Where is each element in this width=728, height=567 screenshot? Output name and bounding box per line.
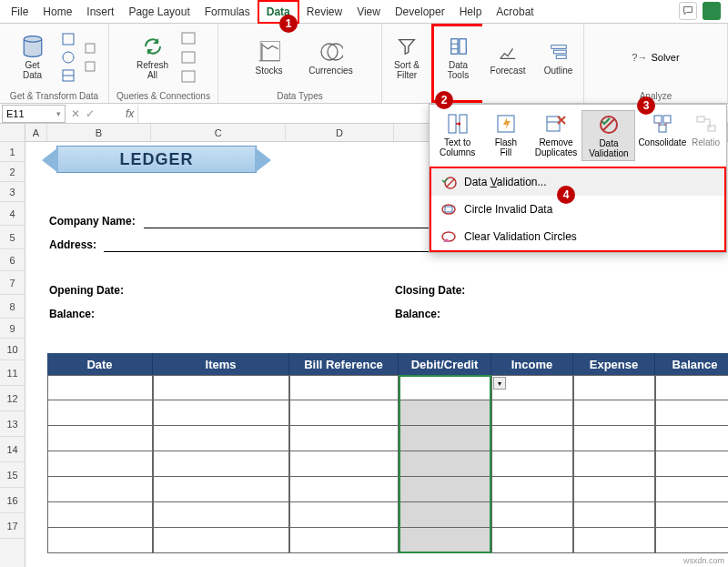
- tab-insert[interactable]: Insert: [79, 2, 121, 22]
- row-header[interactable]: 6: [0, 249, 25, 271]
- remove-duplicates-icon: [544, 112, 568, 136]
- table-row[interactable]: [47, 400, 728, 426]
- row-header[interactable]: 2: [0, 162, 25, 182]
- forecast-button[interactable]: Forecast: [489, 38, 527, 77]
- row-header[interactable]: 5: [0, 226, 25, 249]
- edit-links-icon[interactable]: [180, 68, 197, 85]
- select-all-corner[interactable]: [0, 124, 25, 142]
- get-data-button[interactable]: Get Data: [11, 33, 55, 82]
- th-debitcredit: Debit/Credit: [399, 353, 491, 375]
- tab-view[interactable]: View: [349, 2, 388, 22]
- solver-button[interactable]: ?→ Solver: [632, 52, 679, 63]
- svg-rect-33: [697, 116, 704, 122]
- properties-icon[interactable]: [180, 49, 197, 66]
- recent-sources-icon[interactable]: [82, 40, 98, 56]
- forecast-label: Forecast: [490, 66, 526, 76]
- flash-fill-button[interactable]: Flash Fill: [481, 110, 530, 159]
- refresh-all-button[interactable]: Refresh All: [131, 33, 175, 82]
- col-header[interactable]: C: [151, 124, 286, 141]
- svg-rect-13: [450, 39, 457, 55]
- row-header[interactable]: 4: [0, 202, 25, 226]
- sort-filter-button[interactable]: Sort & Filter: [388, 33, 426, 82]
- group-outline: Outline: [533, 24, 584, 103]
- row-header[interactable]: 3: [0, 182, 25, 202]
- ledger-table-header: Date Items Bill Reference Debit/Credit I…: [47, 353, 728, 375]
- th-expense: Expense: [573, 353, 655, 375]
- from-web-icon[interactable]: [60, 49, 76, 66]
- row-header[interactable]: 8: [0, 295, 25, 319]
- validation-dropdown-icon[interactable]: ▾: [493, 377, 506, 390]
- col-header[interactable]: A: [25, 124, 47, 141]
- row-header[interactable]: 1: [0, 142, 25, 162]
- col-header[interactable]: B: [47, 124, 152, 141]
- row-header[interactable]: 11: [0, 360, 25, 386]
- svg-rect-26: [547, 116, 560, 131]
- row-header[interactable]: 9: [0, 319, 25, 339]
- remove-duplicates-button[interactable]: Remove Duplicates: [531, 110, 582, 159]
- text-to-columns-button[interactable]: Text to Columns: [433, 110, 481, 159]
- cancel-icon[interactable]: ✕: [71, 107, 80, 120]
- consolidate-button[interactable]: Consolidate: [635, 110, 689, 149]
- currencies-button[interactable]: Currencies: [309, 38, 353, 77]
- row-header[interactable]: 7: [0, 271, 25, 295]
- comments-button[interactable]: [679, 2, 697, 20]
- svg-rect-23: [449, 115, 456, 133]
- table-row[interactable]: [47, 451, 728, 477]
- watermark: wsxdn.com: [683, 556, 724, 565]
- tab-home[interactable]: Home: [35, 2, 79, 22]
- ribbon-tabs: File Home Insert Page Layout Formulas Da…: [0, 0, 728, 24]
- row-header[interactable]: 16: [0, 488, 25, 513]
- row-header[interactable]: 15: [0, 462, 25, 488]
- table-row[interactable]: [47, 375, 728, 400]
- row-header[interactable]: 17: [0, 513, 25, 539]
- table-row[interactable]: [47, 528, 728, 553]
- row-header[interactable]: 10: [0, 339, 25, 360]
- svg-rect-10: [260, 41, 279, 60]
- data-tools-pane: Text to Columns Flash Fill Remove Duplic…: [429, 104, 727, 253]
- tab-file[interactable]: File: [4, 2, 35, 22]
- group-label-queries: Queries & Connections: [116, 91, 210, 101]
- share-button[interactable]: [703, 2, 721, 20]
- tab-acrobat[interactable]: Acrobat: [489, 2, 541, 22]
- menu-clear-circles[interactable]: Clear Validation Circles: [431, 223, 724, 250]
- table-row[interactable]: [47, 502, 728, 528]
- outline-button[interactable]: Outline: [540, 38, 578, 77]
- svg-rect-1: [63, 34, 74, 45]
- row-header[interactable]: 12: [0, 386, 25, 411]
- row-header[interactable]: 14: [0, 437, 25, 462]
- group-sort-filter: Sort & Filter: [382, 24, 431, 103]
- name-box[interactable]: E11 ▾: [2, 105, 66, 123]
- tab-help[interactable]: Help: [452, 2, 490, 22]
- stocks-button[interactable]: Stocks: [248, 38, 291, 77]
- relationships-button: Relatio: [689, 110, 723, 149]
- menu-data-validation[interactable]: Data Validation...: [431, 168, 724, 196]
- group-label-data-types: Data Types: [277, 91, 322, 101]
- from-text-icon[interactable]: [60, 31, 76, 47]
- text-to-columns-icon: [446, 112, 470, 136]
- data-validation-icon: [597, 113, 621, 137]
- tab-page-layout[interactable]: Page Layout: [121, 2, 197, 22]
- tab-developer[interactable]: Developer: [388, 2, 452, 22]
- enter-icon[interactable]: ✓: [86, 107, 95, 120]
- data-validation-split-button[interactable]: Data Validation: [581, 110, 635, 161]
- callout-1: 1: [279, 15, 298, 33]
- existing-conn-icon[interactable]: [82, 58, 98, 75]
- queries-icon[interactable]: [180, 30, 197, 46]
- from-table-icon[interactable]: [60, 67, 76, 84]
- address-label: Address:: [49, 238, 96, 251]
- row-headers: 1 2 3 4 5 6 7 8 9 10 11 12 13 14 15 16 1…: [0, 124, 25, 567]
- menu-circle-invalid[interactable]: Circle Invalid Data: [431, 196, 724, 223]
- fx-icon[interactable]: fx: [122, 107, 137, 120]
- table-row[interactable]: [47, 477, 728, 502]
- row-header[interactable]: 13: [0, 411, 25, 437]
- data-tools-button[interactable]: Data Tools: [440, 33, 478, 82]
- name-box-dropdown-icon[interactable]: ▾: [56, 109, 61, 118]
- tab-formulas[interactable]: Formulas: [197, 2, 258, 22]
- outline-label: Outline: [544, 66, 573, 76]
- th-billref: Bill Reference: [289, 353, 399, 375]
- col-header[interactable]: D: [286, 124, 393, 141]
- tab-review[interactable]: Review: [299, 2, 349, 22]
- group-data-types: Stocks Currencies Data Types: [218, 24, 382, 103]
- table-row[interactable]: [47, 426, 728, 451]
- ribbon: Get Data Get & Transform Data Refresh Al…: [0, 24, 728, 104]
